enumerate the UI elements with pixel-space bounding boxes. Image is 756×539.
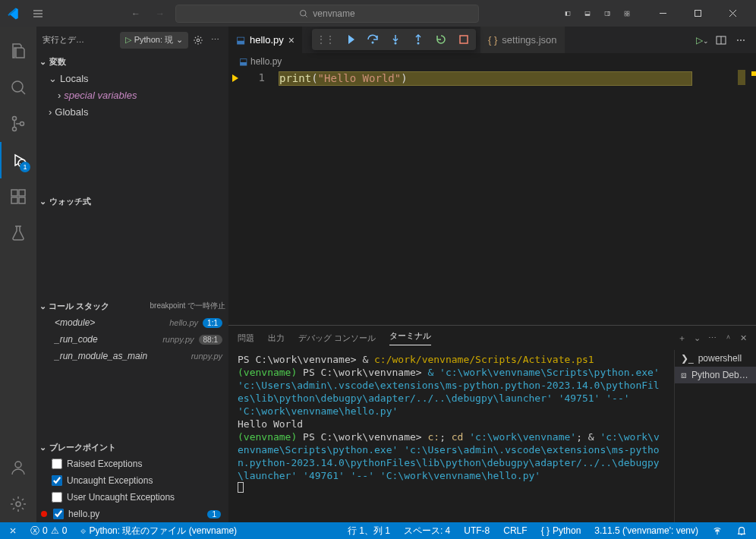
debug-config-selector[interactable]: ▷ Python: 現 ⌄ — [120, 32, 188, 49]
panel-tab-problems[interactable]: 問題 — [238, 333, 254, 344]
terminal-output[interactable]: PS C:\work\venvname> & c:/work/venvname/… — [228, 350, 674, 522]
command-center[interactable]: venvname — [175, 5, 479, 23]
debug-badge: 1 — [20, 162, 30, 172]
curly-braces-icon: { } — [541, 525, 550, 536]
panel-tab-debugconsole[interactable]: デバッグ コンソール — [298, 333, 376, 344]
svg-point-22 — [16, 502, 20, 506]
tree-special-variables[interactable]: ›special variables — [39, 87, 228, 103]
status-lncol[interactable]: 行 1、列 1 — [345, 525, 393, 537]
more-actions-icon[interactable]: ⋯ — [208, 33, 222, 46]
warning-icon: ⚠ — [51, 525, 59, 536]
restart-icon[interactable] — [433, 32, 449, 47]
status-bell-icon[interactable] — [733, 525, 750, 536]
svg-point-14 — [13, 128, 17, 131]
bp-uncaught[interactable]: Uncaught Exceptions — [36, 472, 228, 489]
debug-icon: ⧇ — [681, 370, 687, 380]
source-control-icon[interactable] — [0, 106, 36, 142]
window-maximize-icon[interactable] — [680, 0, 715, 27]
breakpoint-indicator-icon[interactable] — [228, 71, 242, 325]
overview-ruler[interactable] — [745, 70, 756, 325]
settings-gear-icon[interactable] — [0, 486, 36, 522]
split-editor-icon[interactable] — [715, 34, 727, 46]
layout-customize-icon[interactable] — [618, 5, 636, 23]
nav-back-icon[interactable]: ← — [127, 5, 145, 22]
step-into-icon[interactable] — [388, 32, 403, 47]
bp-file[interactable]: hello.py1 — [36, 506, 228, 522]
sidebar-run-debug: 実行とデ… ▷ Python: 現 ⌄ ⋯ ⌄変数 ⌄Locals ›speci… — [36, 27, 228, 522]
status-radio-tower-icon[interactable] — [709, 525, 726, 536]
close-icon[interactable]: × — [288, 34, 295, 46]
explorer-icon[interactable] — [0, 33, 36, 69]
debug-settings-icon[interactable] — [193, 35, 203, 46]
debug-small-icon: ⟐ — [80, 525, 86, 536]
remote-indicator-icon[interactable]: ⤫ — [6, 525, 20, 536]
status-language[interactable]: { }Python — [538, 525, 584, 536]
layout-panel-icon[interactable] — [578, 5, 597, 23]
editor-more-icon[interactable]: ⋯ — [733, 33, 748, 47]
status-encoding[interactable]: UTF-8 — [461, 525, 493, 536]
status-debug-config[interactable]: ⟐Python: 現在のファイル (venvname) — [77, 525, 240, 537]
vscode-logo-icon — [6, 7, 20, 20]
menu-icon[interactable] — [29, 5, 47, 23]
svg-rect-27 — [460, 36, 468, 43]
debug-activity-icon[interactable]: 1 — [0, 142, 36, 178]
stop-icon[interactable] — [456, 32, 471, 47]
breadcrumb[interactable]: ⬓ hello.py — [228, 53, 756, 70]
bp-raised[interactable]: Raised Exceptions — [36, 455, 228, 472]
panel-tab-terminal[interactable]: ターミナル — [389, 330, 431, 345]
nav-forward-icon[interactable]: → — [151, 5, 169, 22]
terminal-cursor — [238, 482, 244, 493]
minimap[interactable] — [738, 70, 745, 85]
start-debug-icon[interactable]: ▷ — [125, 35, 131, 45]
search-activity-icon[interactable] — [0, 69, 36, 106]
section-breakpoints[interactable]: ⌄ブレークポイント — [36, 439, 228, 455]
tree-globals[interactable]: ›Globals — [39, 103, 228, 120]
tab-hello[interactable]: ⬓ hello.py × — [228, 27, 303, 53]
terminal-item-pydebug[interactable]: ⧇Python Deb… — [675, 367, 756, 383]
svg-rect-2 — [565, 11, 567, 15]
terminal-dropdown-icon[interactable]: ⌄ — [694, 333, 701, 343]
testing-icon[interactable] — [0, 215, 36, 251]
drag-handle-icon[interactable]: ⋮⋮ — [317, 34, 335, 45]
maximize-panel-icon[interactable]: ＾ — [724, 333, 732, 344]
tree-locals[interactable]: ⌄Locals — [39, 70, 228, 87]
status-eol[interactable]: CRLF — [500, 525, 530, 536]
status-interpreter[interactable]: 3.11.5 ('venvname': venv) — [591, 525, 701, 536]
layout-sidebar-left-icon[interactable] — [559, 5, 577, 23]
error-icon: ⓧ — [30, 525, 39, 537]
extensions-icon[interactable] — [0, 178, 36, 215]
run-file-icon[interactable]: ▷⌄ — [696, 35, 709, 46]
accounts-icon[interactable] — [0, 449, 36, 486]
code-editor[interactable]: 1 print("Hello World") — [228, 70, 756, 325]
code-line[interactable]: print("Hello World") — [279, 71, 692, 86]
callstack-frame[interactable]: <module> hello.py 1:1 — [36, 314, 228, 331]
status-problems[interactable]: ⓧ0 ⚠0 — [27, 525, 70, 537]
terminal-item-powershell[interactable]: ❯_powershell — [675, 350, 756, 367]
svg-point-23 — [197, 39, 200, 42]
tab-settings[interactable]: { } settings.json — [480, 27, 565, 53]
debug-toolbar[interactable]: ⋮⋮ — [312, 29, 476, 50]
callstack-frame[interactable]: _run_code runpy.py 88:1 — [36, 331, 228, 348]
svg-rect-8 — [628, 11, 630, 14]
callstack-frame[interactable]: _run_module_as_main runpy.py — [36, 348, 228, 364]
svg-rect-18 — [11, 197, 17, 203]
continue-icon[interactable] — [342, 32, 358, 47]
step-over-icon[interactable] — [365, 32, 380, 47]
svg-point-15 — [20, 122, 24, 126]
new-terminal-icon[interactable]: ＋ — [678, 333, 686, 344]
title-bar: ← → venvname — [0, 0, 756, 27]
window-minimize-icon[interactable] — [645, 0, 680, 27]
status-bar: ⤫ ⓧ0 ⚠0 ⟐Python: 現在のファイル (venvname) 行 1、… — [0, 522, 756, 539]
step-out-icon[interactable] — [411, 32, 426, 47]
section-variables[interactable]: ⌄変数 — [36, 53, 228, 70]
status-spaces[interactable]: スペース: 4 — [401, 525, 453, 537]
panel-more-icon[interactable]: ⋯ — [708, 333, 717, 343]
panel-tab-output[interactable]: 出力 — [268, 333, 285, 344]
bp-user-uncaught[interactable]: User Uncaught Exceptions — [36, 489, 228, 506]
section-callstack[interactable]: ⌄ コール スタック breakpoint で一時停止 — [36, 298, 228, 314]
layout-sidebar-right-icon[interactable] — [598, 5, 616, 23]
callstack-status: breakpoint で一時停止 — [150, 301, 225, 311]
close-panel-icon[interactable]: ✕ — [740, 333, 747, 343]
section-watch[interactable]: ⌄ウォッチ式 — [36, 193, 228, 210]
window-close-icon[interactable] — [715, 0, 750, 27]
